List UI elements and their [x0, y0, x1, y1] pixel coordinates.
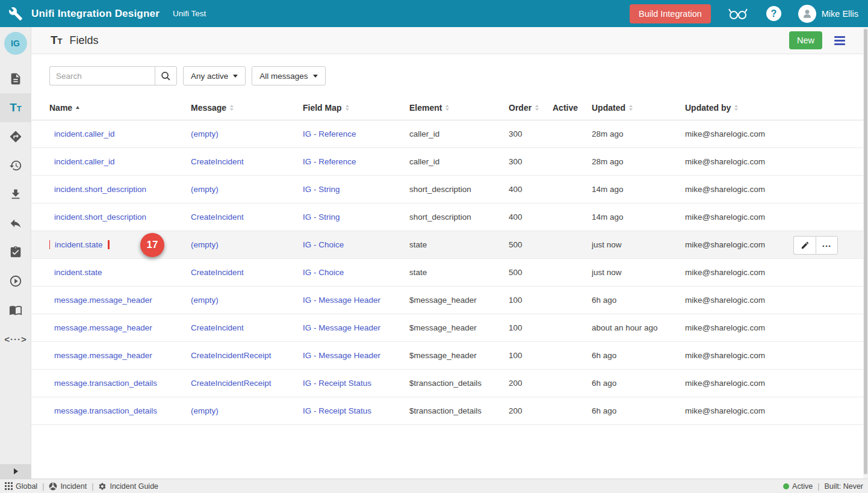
table-row[interactable]: incident.state CreateIncident IG - Choic…	[31, 259, 868, 287]
user-menu[interactable]: Mike Ellis	[798, 5, 858, 23]
field-name-link[interactable]: incident.caller_id	[54, 157, 115, 166]
updated-by-cell: mike@sharelogic.com	[685, 212, 841, 222]
edit-button[interactable]	[793, 236, 816, 255]
play-circle-icon	[9, 274, 22, 288]
field-map-link[interactable]: IG - Choice	[303, 240, 344, 249]
vertical-scrollbar[interactable]	[863, 27, 868, 479]
field-name-link[interactable]: message.message_header	[54, 323, 152, 332]
user-name: Mike Ellis	[822, 9, 858, 19]
toolbar: Any active All messages	[49, 66, 868, 85]
message-filter-dropdown[interactable]: All messages	[252, 66, 325, 85]
app-subtitle[interactable]: Unifi Test	[173, 9, 206, 18]
search-input[interactable]	[49, 66, 155, 85]
message-link[interactable]: CreateIncidentReceipt	[191, 351, 271, 360]
sidebar-item-undo[interactable]	[0, 209, 31, 238]
field-map-link[interactable]: IG - Receipt Status	[303, 406, 371, 415]
scope-selector[interactable]: Global	[5, 482, 37, 491]
field-name-link[interactable]: incident.short_description	[54, 185, 146, 194]
updated-by-cell: mike@sharelogic.com	[685, 157, 841, 166]
field-map-link[interactable]: IG - Message Header	[303, 323, 380, 332]
column-header-order[interactable]: Order	[509, 103, 553, 113]
table-row[interactable]: message.message_header CreateIncidentRec…	[31, 342, 868, 370]
field-name-link[interactable]: message.transaction_details	[54, 406, 157, 415]
annotation-box: incident.short_description	[54, 212, 146, 222]
message-link[interactable]: CreateIncident	[191, 212, 244, 222]
column-header-active[interactable]: Active	[553, 103, 592, 113]
column-header-element[interactable]: Element	[409, 103, 509, 113]
active-filter-dropdown[interactable]: Any active	[183, 66, 246, 85]
sidebar-item-download[interactable]	[0, 180, 31, 209]
column-header-name[interactable]: Name	[49, 103, 191, 113]
field-name-link[interactable]: message.transaction_details	[54, 379, 157, 388]
search-button[interactable]	[155, 66, 177, 85]
sidebar-item-run[interactable]	[0, 267, 31, 296]
field-map-link[interactable]: IG - Receipt Status	[303, 379, 371, 388]
field-map-link[interactable]: IG - String	[303, 212, 340, 222]
message-link[interactable]: CreateIncident	[191, 157, 244, 166]
build-integration-button[interactable]: Build Integration	[630, 4, 711, 23]
order-cell: 100	[509, 323, 553, 332]
sidebar-item-history[interactable]	[0, 151, 31, 180]
column-header-field-map[interactable]: Field Map	[303, 103, 409, 113]
message-link[interactable]: CreateIncidentReceipt	[191, 379, 271, 388]
sidebar-item-tasks[interactable]	[0, 238, 31, 267]
table-row[interactable]: message.transaction_details CreateIncide…	[31, 370, 868, 397]
message-link[interactable]: CreateIncident	[191, 268, 244, 277]
column-header-message[interactable]: Message	[191, 103, 303, 113]
sidebar-item-fields[interactable]: TT	[0, 93, 31, 122]
process-selector[interactable]: Incident	[49, 482, 87, 491]
guide-selector[interactable]: Incident Guide	[98, 482, 158, 491]
field-name-link[interactable]: message.message_header	[54, 351, 152, 360]
table-row[interactable]: message.message_header CreateIncident IG…	[31, 314, 868, 342]
message-link[interactable]: (empty)	[191, 406, 219, 415]
help-icon[interactable]: ?	[766, 6, 781, 21]
table-row[interactable]: incident.state (empty) IG - Choice state…	[31, 231, 868, 259]
integration-avatar[interactable]: IG	[4, 32, 27, 55]
message-link[interactable]: (empty)	[191, 240, 219, 249]
message-link[interactable]: (empty)	[191, 185, 219, 194]
field-map-link[interactable]: IG - Choice	[303, 268, 344, 277]
message-link[interactable]: CreateIncident	[191, 323, 244, 332]
column-header-updated-by[interactable]: Updated by	[685, 103, 841, 113]
more-button[interactable]: ...	[816, 236, 838, 255]
table-row[interactable]: incident.short_description CreateInciden…	[31, 203, 868, 231]
sidebar-item-directions[interactable]	[0, 122, 31, 151]
element-cell: caller_id	[409, 129, 509, 138]
order-cell: 200	[509, 406, 553, 415]
field-name-link[interactable]: incident.state	[54, 268, 102, 277]
sort-asc-icon	[76, 106, 79, 109]
sidebar-item-code[interactable]: <···>	[0, 324, 31, 353]
table-row[interactable]: incident.caller_id CreateIncident IG - R…	[31, 148, 868, 176]
sidebar-item-guide[interactable]	[0, 296, 31, 324]
field-map-link[interactable]: IG - String	[303, 185, 340, 194]
history-icon	[9, 159, 22, 172]
field-name-link[interactable]: incident.caller_id	[54, 129, 115, 138]
new-button[interactable]: New	[789, 31, 822, 49]
field-map-link[interactable]: IG - Reference	[303, 129, 356, 138]
table-row[interactable]: message.transaction_details (empty) IG -…	[31, 397, 868, 425]
field-map-link[interactable]: IG - Message Header	[303, 351, 380, 360]
element-cell: $message_header	[409, 323, 509, 332]
table-row[interactable]: incident.short_description (empty) IG - …	[31, 176, 868, 203]
table-row[interactable]: message.message_header (empty) IG - Mess…	[31, 287, 868, 314]
scrollbar-thumb[interactable]	[864, 29, 867, 474]
updated-cell: 6h ago	[592, 296, 685, 305]
table-row[interactable]: incident.caller_id (empty) IG - Referenc…	[31, 120, 868, 148]
column-header-updated[interactable]: Updated	[592, 103, 685, 113]
pencil-icon	[801, 241, 810, 250]
sidebar-item-documents[interactable]	[0, 64, 31, 93]
field-name-link[interactable]: incident.short_description	[54, 212, 146, 222]
element-cell: caller_id	[409, 157, 509, 166]
updated-cell: 6h ago	[592, 351, 685, 360]
field-map-link[interactable]: IG - Reference	[303, 157, 356, 166]
app-logo[interactable]	[0, 7, 31, 21]
field-name-link[interactable]: message.message_header	[54, 296, 152, 305]
field-map-link[interactable]: IG - Message Header	[303, 296, 380, 305]
menu-icon[interactable]	[834, 36, 845, 45]
updated-by-cell: mike@sharelogic.com	[685, 129, 841, 138]
sidebar-collapse-button[interactable]	[0, 464, 31, 479]
message-link[interactable]: (empty)	[191, 129, 219, 138]
message-link[interactable]: (empty)	[191, 296, 219, 305]
field-name-link[interactable]: incident.state	[55, 240, 103, 249]
preview-glasses-icon[interactable]	[728, 7, 748, 20]
